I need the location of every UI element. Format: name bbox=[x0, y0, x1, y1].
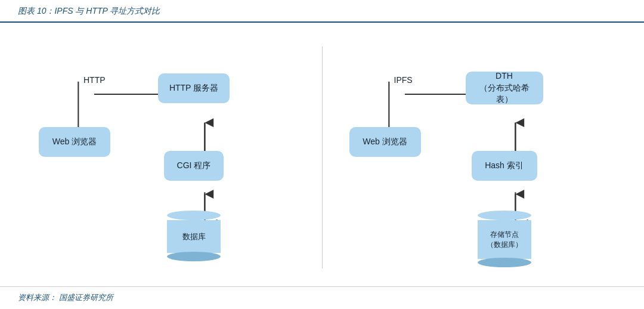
cgi-node: CGI 程序 bbox=[164, 151, 224, 181]
database-cylinder: 数据库 bbox=[167, 211, 221, 261]
footer-bar: 资料来源： 国盛证券研究所 bbox=[0, 286, 644, 309]
diagram-area: HTTP HTTP 服务器 Web 浏览器 CGI 程序 数据库 bbox=[0, 23, 644, 286]
page-title: 图表 10：IPFS 与 HTTP 寻址方式对比 bbox=[18, 6, 160, 17]
ipfs-label: IPFS bbox=[394, 75, 413, 85]
storage-cylinder: 存储节点 （数据库） bbox=[478, 211, 531, 267]
dth-node: DTH （分布式哈希表） bbox=[466, 72, 543, 104]
hash-index-node: Hash 索引 bbox=[472, 151, 537, 181]
page-container: 图表 10：IPFS 与 HTTP 寻址方式对比 bbox=[0, 0, 644, 309]
title-bar: 图表 10：IPFS 与 HTTP 寻址方式对比 bbox=[0, 0, 644, 23]
left-web-browser-node: Web 浏览器 bbox=[39, 127, 110, 157]
left-diagram: HTTP HTTP 服务器 Web 浏览器 CGI 程序 数据库 bbox=[12, 35, 322, 280]
right-diagram: IPFS DTH （分布式哈希表） Web 浏览器 Hash 索引 存储节点 （… bbox=[323, 35, 633, 280]
http-server-node: HTTP 服务器 bbox=[158, 73, 230, 103]
right-web-browser-node: Web 浏览器 bbox=[349, 127, 421, 157]
http-label: HTTP bbox=[83, 75, 106, 85]
footer-text: 资料来源： 国盛证券研究所 bbox=[18, 293, 113, 302]
